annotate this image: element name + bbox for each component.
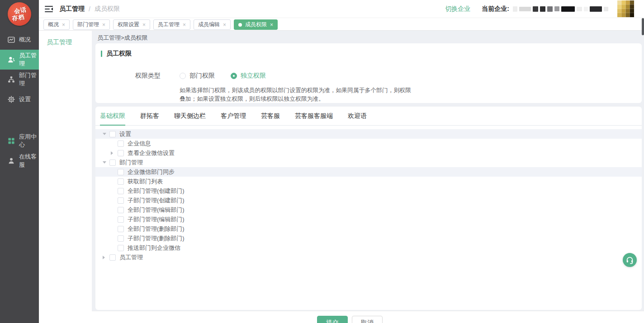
tree-checkbox[interactable] (118, 188, 124, 194)
sidebar-item-label: 在线客服 (19, 153, 39, 169)
caret-right-icon[interactable] (111, 151, 113, 155)
close-icon[interactable]: × (270, 22, 273, 28)
tree-row[interactable]: 部门管理 (95, 158, 642, 167)
tree-row[interactable]: 全部门管理(删除部门) (95, 224, 642, 234)
sidebar-item-overview[interactable]: 概况 (0, 30, 39, 50)
tree-checkbox[interactable] (118, 140, 124, 147)
caret-slot (103, 256, 109, 259)
sidebar-spacer (0, 109, 39, 131)
close-icon[interactable]: × (142, 22, 146, 28)
tree-checkbox[interactable] (109, 131, 116, 137)
tab-chip-member-permission[interactable]: 成员权限× (234, 19, 278, 30)
card-title: 员工权限 (106, 50, 132, 58)
perm-tab-yun-kefu-client[interactable]: 芸客服客服端 (295, 112, 333, 125)
sidebar-item-staff-management[interactable]: 员工管理 (0, 50, 39, 70)
sidebar-item-label: 部门管理 (19, 71, 39, 88)
perm-tab-welcome-message[interactable]: 欢迎语 (348, 112, 367, 125)
sidebar-item-settings[interactable]: 设置 (0, 89, 39, 109)
tree-checkbox[interactable] (109, 159, 116, 166)
perm-tab-basic-permission[interactable]: 基础权限 (100, 112, 125, 126)
tree-row[interactable]: 企业微信部门同步 (95, 167, 642, 177)
header-right: 切换企业 当前企业: (445, 0, 644, 17)
tree-label: 员工管理 (119, 253, 143, 262)
caret-down-icon[interactable] (103, 161, 106, 164)
tree-checkbox[interactable] (118, 235, 124, 242)
secondary-sidebar-item-staff-management[interactable]: 员工管理 (39, 31, 92, 47)
tree-row[interactable]: 全部门管理(编辑部门) (95, 205, 642, 215)
permission-tree: 设置企业信息查看企业微信设置部门管理企业微信部门同步获取部门列表全部门管理(创建… (95, 126, 642, 262)
tab-chip-member-edit[interactable]: 成员编辑× (194, 19, 231, 30)
sidebar-item-label: 员工管理 (19, 51, 39, 68)
perm-tab-group-expansion[interactable]: 群拓客 (140, 112, 159, 125)
tree-row[interactable]: 员工管理 (95, 253, 642, 262)
caret-right-icon[interactable] (103, 256, 105, 259)
help-line1: 如果选择部门权限，则该成员的权限以部门设置的权限为准，如果同属于多个部门，则权限 (180, 86, 642, 94)
tree-checkbox[interactable] (118, 150, 124, 156)
tree-row[interactable]: 企业信息 (95, 139, 642, 148)
perm-tab-customer-management[interactable]: 客户管理 (221, 112, 246, 125)
secondary-sidebar: 员工管理 (39, 31, 92, 323)
radio-department-permission[interactable]: 部门权限 (180, 72, 215, 80)
tree-row[interactable]: 推送部门到企业微信 (95, 243, 642, 253)
logo-line2: 存档 (12, 13, 25, 22)
tree-label: 企业信息 (128, 140, 151, 148)
department-icon (8, 76, 15, 83)
perm-tab-yun-kefu[interactable]: 芸客服 (261, 112, 280, 125)
footer-buttons: 提交 取消 (74, 311, 626, 323)
tree-row[interactable]: 查看企业微信设置 (95, 148, 642, 158)
tree-checkbox[interactable] (109, 254, 116, 261)
sidebar-item-label: 概况 (19, 36, 31, 44)
close-icon[interactable]: × (183, 22, 186, 28)
cancel-button[interactable]: 取消 (352, 316, 383, 323)
user-avatar[interactable] (617, 0, 634, 17)
title-accent-bar (101, 51, 102, 57)
sidebar-item-label: 设置 (19, 95, 31, 103)
tab-chip-label: 部门管理 (77, 21, 99, 28)
tree-checkbox[interactable] (118, 226, 124, 232)
tree-checkbox[interactable] (118, 197, 124, 204)
tree-label: 部门管理 (119, 159, 143, 167)
breadcrumb-parent[interactable]: 员工管理 (59, 5, 85, 13)
sidebar-item-app-center[interactable]: 应用中心 (0, 131, 39, 151)
tree-checkbox[interactable] (118, 245, 124, 251)
support-float-button[interactable] (623, 253, 637, 267)
tab-chip-label: 成员编辑 (198, 21, 220, 28)
collapse-menu-icon[interactable] (45, 6, 53, 12)
close-icon[interactable]: × (223, 22, 226, 28)
tree-row[interactable]: 子部门管理(删除部门) (95, 234, 642, 243)
top-header: 员工管理 / 成员权限 切换企业 当前企业: (39, 0, 644, 18)
perm-tab-chat-sidebar[interactable]: 聊天侧边栏 (174, 112, 206, 125)
tree-row[interactable]: 设置 (95, 129, 642, 139)
close-icon[interactable]: × (62, 22, 65, 28)
tree-row[interactable]: 子部门管理(编辑部门) (95, 215, 642, 224)
radio-circle-icon[interactable] (231, 73, 237, 79)
tree-row[interactable]: 获取部门列表 (95, 177, 642, 186)
tree-row[interactable]: 子部门管理(创建部门) (95, 196, 642, 205)
logo-badge: 会话 存档 (6, 0, 33, 27)
tree-checkbox[interactable] (118, 169, 124, 175)
tree-row[interactable]: 全部门管理(创建部门) (95, 186, 642, 196)
submit-button[interactable]: 提交 (317, 316, 348, 323)
staff-icon (8, 56, 15, 63)
tab-chip-permission-settings[interactable]: 权限设置× (113, 19, 150, 30)
close-icon[interactable]: × (102, 22, 105, 28)
active-tab-dot-icon (238, 23, 242, 27)
tree-label: 企业微信部门同步 (128, 168, 175, 176)
app-logo[interactable]: 会话 存档 (0, 0, 39, 28)
caret-down-icon[interactable] (103, 133, 106, 135)
sidebar-item-online-support[interactable]: 在线客服 (0, 151, 39, 171)
tree-label: 子部门管理(创建部门) (128, 197, 185, 205)
permission-detail-card: 基础权限群拓客聊天侧边栏客户管理芸客服芸客服客服端欢迎语 设置企业信息查看企业微… (95, 107, 642, 310)
tab-chip-department-management[interactable]: 部门管理× (73, 19, 110, 30)
sidebar-item-department-management[interactable]: 部门管理 (0, 70, 39, 89)
tree-checkbox[interactable] (118, 216, 124, 223)
tab-chip-staff-management[interactable]: 员工管理× (153, 19, 190, 30)
tab-chip-overview[interactable]: 概况× (43, 19, 70, 30)
tree-checkbox[interactable] (118, 178, 124, 185)
tree-checkbox[interactable] (118, 207, 124, 213)
radio-circle-icon[interactable] (180, 73, 186, 79)
tab-chip-label: 员工管理 (158, 21, 180, 28)
scrollbar-thumb[interactable] (642, 18, 644, 35)
radio-independent-permission[interactable]: 独立权限 (231, 72, 266, 80)
switch-company-link[interactable]: 切换企业 (445, 5, 470, 13)
